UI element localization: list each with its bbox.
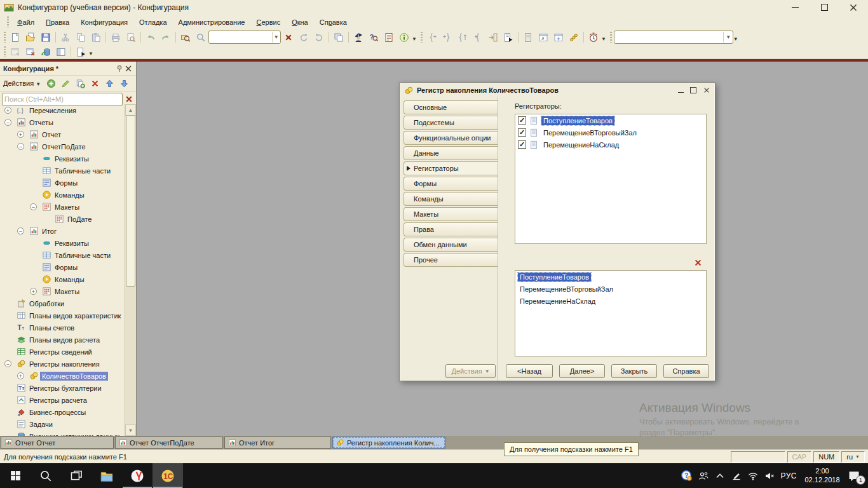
tree-item[interactable]: Внешние источники данных xyxy=(0,430,125,436)
tray-help[interactable]: ?i xyxy=(681,470,692,481)
delete-registrator-button[interactable] xyxy=(692,257,703,268)
dialog-tab-Функциональные опции[interactable]: Функциональные опции xyxy=(403,131,498,145)
toolbar-combo-input[interactable] xyxy=(614,32,724,42)
menu-Сервис[interactable]: Сервис xyxy=(251,17,285,28)
menu-Конфигурация[interactable]: Конфигурация xyxy=(76,17,133,28)
tree-expander-icon[interactable]: − xyxy=(4,360,11,367)
status-cell-ru[interactable]: ru▼ xyxy=(841,451,865,463)
menu-Окна[interactable]: Окна xyxy=(287,17,313,28)
toolbar-grip[interactable] xyxy=(4,32,6,43)
toolbar-button-syntax-assistant[interactable] xyxy=(351,30,366,44)
combo-dropdown-icon[interactable]: ▼ xyxy=(272,32,280,43)
dialog-tab-Формы[interactable]: Формы xyxy=(403,177,498,191)
tree-action-act-copy[interactable] xyxy=(74,77,86,90)
search-clear-icon[interactable] xyxy=(124,94,134,104)
dialog-button-Закрыть[interactable]: Закрыть xyxy=(611,364,657,378)
toolbar-button-global-search[interactable] xyxy=(178,30,193,44)
tree-expander-icon[interactable]: − xyxy=(4,119,11,126)
toolbar-grip[interactable] xyxy=(4,46,6,57)
toolbar-button-window-open[interactable] xyxy=(536,30,551,44)
toolbar-grip[interactable] xyxy=(610,32,612,43)
tree-action-act-down[interactable] xyxy=(118,77,130,90)
tree-item[interactable]: +КоличествоТоваров xyxy=(0,370,125,382)
tree-action-act-up[interactable] xyxy=(103,77,116,90)
tree-expander-icon[interactable]: + xyxy=(17,372,24,379)
onec-app-button[interactable]: 1С xyxy=(153,463,183,488)
tree-expander-icon[interactable]: − xyxy=(17,143,24,150)
toolbar-more-icon[interactable]: ▼ xyxy=(601,36,606,42)
dialog-button-Справка[interactable]: Справка xyxy=(663,364,709,378)
toolbar-button-goto-def[interactable] xyxy=(485,30,501,44)
tree-item[interactable]: +{..}Перечисления xyxy=(0,104,125,116)
toolbar-button-links[interactable] xyxy=(566,30,581,44)
tree-item[interactable]: Обработки xyxy=(0,297,125,309)
dialog-button-Далее[interactable]: Далее> xyxy=(559,364,605,378)
tree-item[interactable]: Табличные части xyxy=(0,165,125,177)
dialog-tab-Прочее[interactable]: Прочее xyxy=(403,253,498,267)
tree-item[interactable]: Регистры сведений xyxy=(0,346,125,358)
toolbar-button-search-prev[interactable] xyxy=(296,30,311,44)
toolbar-grip[interactable] xyxy=(421,32,423,43)
toolbar-button-proc-goto[interactable] xyxy=(455,30,470,44)
toolbar-button-doc-export[interactable] xyxy=(73,45,88,58)
tree-item[interactable]: +Отчет xyxy=(0,128,125,140)
tray-pen[interactable] xyxy=(731,470,742,481)
tree-item[interactable]: +Макеты xyxy=(0,285,125,297)
tree-expander-icon[interactable]: + xyxy=(4,107,11,114)
selected-registrator-row[interactable]: ПеремещениеНаСклад xyxy=(515,295,706,307)
dialog-tab-Макеты[interactable]: Макеты xyxy=(403,207,498,221)
menu-Правка[interactable]: Правка xyxy=(41,17,74,28)
toolbar-button-proc-new[interactable] xyxy=(470,30,485,44)
clock[interactable]: 2:00 02.12.2018 xyxy=(803,467,842,485)
toolbar-button-windows-copy[interactable] xyxy=(331,30,346,44)
tree-item[interactable]: Планы видов расчета xyxy=(0,334,125,346)
tree-item[interactable]: Регистры расчета xyxy=(0,394,125,406)
dialog-tab-Команды[interactable]: Команды xyxy=(403,192,498,206)
toolbar-button-open[interactable] xyxy=(23,30,38,44)
tree-item[interactable]: Реквизиты xyxy=(0,152,125,165)
menubar-grip[interactable] xyxy=(7,17,9,27)
tree-item[interactable]: Команды xyxy=(0,189,125,201)
toolbar-button-templates[interactable] xyxy=(381,30,397,44)
checkbox[interactable]: ✓ xyxy=(518,140,526,149)
toolbar-button-timer[interactable] xyxy=(586,30,601,44)
window-tab[interactable]: Отчет Отчет xyxy=(1,437,114,449)
close-button[interactable] xyxy=(839,0,868,15)
start-button[interactable] xyxy=(0,463,31,488)
dialog-tab-Обмен данными[interactable]: Обмен данными xyxy=(403,238,498,252)
checkbox[interactable]: ✓ xyxy=(518,128,526,137)
toolbar-button-win-update[interactable] xyxy=(23,45,38,58)
registrator-row[interactable]: ✓ПоступлениеТоваров xyxy=(515,114,706,126)
toolbar-button-proc-close[interactable] xyxy=(440,30,455,44)
tree-item[interactable]: −Регистры накопления xyxy=(0,358,125,370)
scrollbar-thumb[interactable] xyxy=(126,115,135,287)
toolbar-button-search[interactable] xyxy=(193,30,208,44)
tree-item[interactable]: Табличные части xyxy=(0,249,125,261)
tray-wifi[interactable] xyxy=(747,470,758,481)
tray-people[interactable] xyxy=(698,470,709,481)
combo-dropdown-icon[interactable]: ▼ xyxy=(723,32,732,43)
tree-item[interactable]: −ОтчетПоДате xyxy=(0,140,125,152)
yandex-browser-button[interactable] xyxy=(122,463,153,488)
panel-close-icon[interactable] xyxy=(124,64,133,73)
toolbar-button-preview[interactable] xyxy=(123,30,139,44)
toolbar-button-save[interactable] xyxy=(38,30,53,44)
tree-item[interactable]: Планы видов характеристик xyxy=(0,309,125,322)
window-tab[interactable]: Отчет ОтчетПоДате xyxy=(115,437,223,449)
tree-scrollbar[interactable]: ▲ ▼ xyxy=(125,104,136,436)
dialog-tab-Данные[interactable]: Данные xyxy=(403,146,498,160)
toolbar-button-undo[interactable] xyxy=(143,30,158,44)
dialog-tab-Подсистемы[interactable]: Подсистемы xyxy=(403,116,498,130)
actions-menu-button[interactable]: Действия ▼ xyxy=(3,79,41,87)
tree-expander-icon[interactable]: + xyxy=(17,131,24,138)
pin-icon[interactable] xyxy=(115,64,124,73)
tree-item[interactable]: −Отчеты xyxy=(0,116,125,128)
toolbar-search-input[interactable] xyxy=(209,32,272,42)
language-indicator[interactable]: РУС xyxy=(780,471,797,480)
dialog-button-Действия[interactable]: Действия▼ xyxy=(445,364,496,378)
dialog-maximize-icon[interactable] xyxy=(690,87,696,93)
toolbar-button-module-doc[interactable] xyxy=(520,30,536,44)
maximize-button[interactable] xyxy=(810,0,839,15)
task-view-button[interactable] xyxy=(61,463,92,488)
tree-item[interactable]: Бизнес-процессы xyxy=(0,406,125,418)
